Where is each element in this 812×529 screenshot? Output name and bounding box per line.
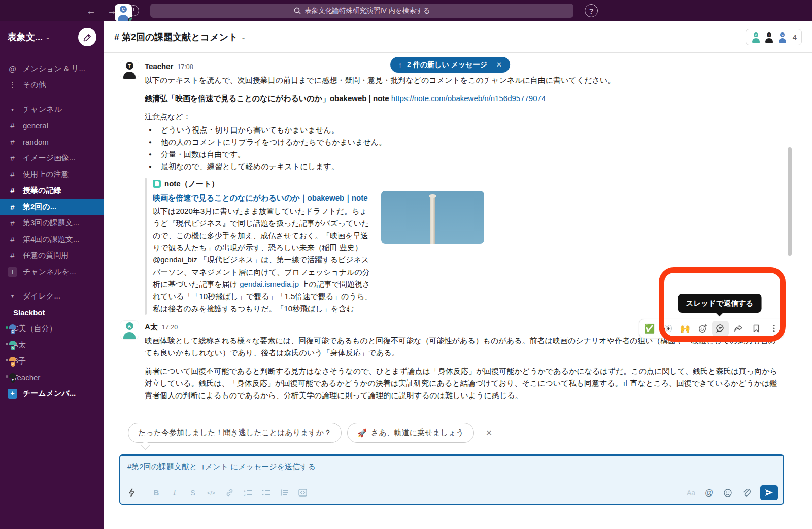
sidebar-channel-session4[interactable]: # 第4回の課題文...	[0, 231, 104, 247]
vertical-scrollbar[interactable]	[788, 147, 792, 256]
article-description: 以下は2020年3月に書いたまま放置していたドラフトだ。ちょうど『現代ビジネス』…	[153, 205, 373, 315]
bullet-list-button[interactable]	[261, 487, 271, 499]
sidebar-channel-random[interactable]: # random	[0, 134, 104, 150]
hash-icon: #	[8, 251, 17, 260]
link-button[interactable]	[224, 487, 234, 499]
search-icon	[294, 7, 301, 14]
attach-file-button[interactable]	[741, 487, 752, 499]
add-reaction-button[interactable]	[694, 321, 711, 336]
main-pane: # 第2回の課題文献とコメント ⌄ A T C 4 T Teacher 17:0…	[104, 21, 812, 529]
shortcuts-button[interactable]	[126, 487, 137, 499]
sidebar-dm-teacher[interactable]: T Teacher	[0, 369, 104, 385]
ordered-list-button[interactable]: 12	[243, 487, 253, 499]
sidebar-channel-usage-notes[interactable]: # 使用上の注意	[0, 166, 104, 182]
hash-icon: #	[8, 121, 17, 130]
user-avatar[interactable]: C	[115, 4, 132, 21]
composer-toolbar: B I S </> 12	[126, 485, 778, 500]
plus-icon: +	[8, 267, 17, 277]
close-icon[interactable]: ✕	[496, 61, 502, 69]
hash-icon: #	[8, 154, 17, 162]
send-icon	[765, 489, 773, 497]
new-messages-banner[interactable]: ↑ 2 件の新しい メッセージ ✕	[390, 57, 510, 73]
code-button[interactable]: </>	[206, 487, 216, 499]
message-timestamp[interactable]: 17:08	[177, 61, 193, 73]
suggestion-chip-2[interactable]: 🚀 さあ、軌道に乗せましょう	[347, 423, 474, 443]
suggestion-chip-1[interactable]: たった今参加しました！聞き逃したことはありますか？	[128, 423, 342, 443]
italic-button[interactable]: I	[170, 487, 180, 499]
sidebar-item-mentions[interactable]: @ メンション & リ...	[0, 60, 104, 77]
sidebar-dm-b[interactable]: B B子	[0, 353, 104, 369]
plus-icon: +	[8, 389, 17, 399]
text-format-toggle[interactable]: Aa	[687, 489, 695, 497]
ordered-list-icon: 12	[244, 489, 252, 497]
thread-icon	[716, 323, 726, 334]
top-bar: ← → 表象文化論特殊研究演習IV 内を検索する ? C	[0, 0, 812, 21]
message-avatar[interactable]: A	[120, 321, 139, 339]
sidebar-channel-class-records[interactable]: # 授業の記録	[0, 182, 104, 199]
sidebar-dm-slackbot[interactable]: Slackbot	[0, 304, 104, 320]
member-avatar: T	[764, 31, 775, 43]
sidebar-channel-session3[interactable]: # 第3回の課題文...	[0, 215, 104, 231]
close-icon[interactable]: ✕	[486, 428, 492, 438]
svg-text:1: 1	[244, 489, 246, 492]
sidebar-channel-session2-selected[interactable]: # 第2回の...	[0, 199, 104, 215]
hash-icon: #	[8, 186, 17, 195]
workspace-switcher[interactable]: 表象文... ⌄	[8, 31, 50, 43]
gendai-link[interactable]: gendai.ismedia.jp	[240, 280, 299, 288]
strikethrough-button[interactable]: S	[188, 487, 198, 499]
message-actions-toolbar: ✅ 👀 🙌	[639, 319, 784, 338]
bookmark-icon	[752, 324, 761, 333]
new-message-button[interactable]	[78, 28, 96, 46]
add-teammates-button[interactable]: + チームメンバ...	[0, 385, 104, 402]
presence-offline-dot	[5, 342, 9, 346]
share-message-button[interactable]	[730, 321, 747, 336]
forward-icon	[733, 323, 743, 334]
sidebar-item-more[interactable]: ⋮ その他	[0, 77, 104, 93]
dms-section-header[interactable]: ▾ ダイレク...	[0, 288, 104, 304]
message-author[interactable]: Teacher	[145, 60, 173, 73]
sidebar-channel-images[interactable]: # イメージ画像...	[0, 150, 104, 166]
chevron-down-icon: ⌄	[241, 34, 246, 41]
sidebar-channel-general[interactable]: # general	[0, 117, 104, 134]
react-eyes-button[interactable]: 👀	[659, 321, 675, 336]
member-count-button[interactable]: A T C 4	[746, 29, 802, 45]
message-text: 以下のテキストを読んで、次回授業日の前日までに感想・疑問・意見・批判などのコメン…	[145, 74, 781, 86]
add-reaction-icon	[698, 323, 708, 334]
code-block-button[interactable]	[297, 487, 308, 499]
more-dots-icon: ⋮	[8, 80, 17, 89]
sidebar-dm-a[interactable]: A A太	[0, 337, 104, 353]
member-count: 4	[793, 32, 797, 41]
message-input[interactable]: #第2回の課題文献とコメント にメッセージを送信する	[120, 456, 783, 478]
message-timestamp[interactable]: 17:20	[162, 321, 178, 334]
sidebar-nav: @ メンション & リ... ⋮ その他 ▾ チャンネル # general #…	[0, 53, 104, 402]
react-raised-hands-button[interactable]: 🙌	[676, 321, 693, 336]
article-thumbnail[interactable]	[381, 191, 484, 244]
bold-button[interactable]: B	[151, 487, 161, 499]
message-composer: #第2回の課題文献とコメント にメッセージを送信する B I S </> 12	[119, 454, 784, 505]
mention-button[interactable]: @	[704, 487, 714, 499]
message-author[interactable]: A太	[145, 321, 158, 333]
channel-title[interactable]: # 第2回の課題文献とコメント ⌄	[114, 31, 246, 43]
note-url-link[interactable]: https://note.com/obakeweb/n/n156d9577907…	[391, 94, 546, 103]
presence-offline-dot	[5, 358, 9, 362]
message-avatar[interactable]: T	[120, 60, 139, 79]
react-check-button[interactable]: ✅	[641, 321, 658, 336]
hash-icon: #	[8, 138, 17, 146]
save-message-button[interactable]	[748, 321, 764, 336]
divider	[143, 488, 143, 498]
help-icon[interactable]: ?	[585, 4, 598, 17]
back-icon[interactable]: ←	[86, 6, 96, 16]
channels-section-header[interactable]: ▾ チャンネル	[0, 101, 104, 117]
rocket-icon: 🚀	[357, 428, 367, 438]
sidebar-channel-questions[interactable]: # 任意の質問用	[0, 247, 104, 263]
search-input[interactable]: 表象文化論特殊研究演習IV 内を検索する	[150, 4, 573, 18]
reply-in-thread-button[interactable]	[712, 321, 729, 336]
article-title-link[interactable]: 映画を倍速で見ることのなにがわるいのか｜obakeweb｜note	[153, 192, 373, 204]
add-channel-button[interactable]: + チャンネルを...	[0, 263, 104, 280]
blockquote-button[interactable]	[279, 487, 289, 499]
more-actions-button[interactable]	[765, 321, 782, 336]
send-button[interactable]	[760, 485, 778, 500]
reading-assignment-line: 銭清弘「映画を倍速で見ることのなにがわるいのか」obakeweb | note …	[145, 92, 781, 105]
sidebar-dm-self[interactable]: C C美（自分）	[0, 320, 104, 337]
emoji-button[interactable]	[723, 487, 733, 499]
